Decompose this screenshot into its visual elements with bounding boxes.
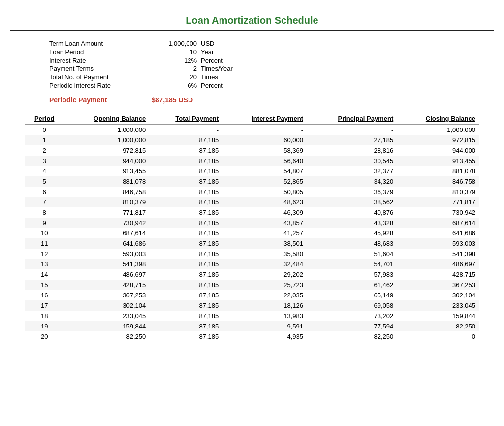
table-cell: 43,857 [222,218,307,228]
table-cell: 14 [25,269,64,280]
table-row: 5881,07887,18552,86534,320846,758 [25,176,479,187]
summary-field-value: 10 [148,48,197,56]
table-row: 13541,39887,18532,48454,701486,697 [25,259,479,269]
table-row: 8771,81787,18546,30940,876730,942 [25,207,479,218]
table-cell: 38,501 [222,238,307,249]
table-cell: 810,379 [397,187,479,197]
summary-row: Loan Period10Year [49,48,494,56]
table-cell: 45,928 [307,228,397,238]
table-cell: 87,185 [150,238,222,249]
table-cell: 159,844 [397,311,479,321]
table-cell: - [222,125,307,135]
table-cell: 82,250 [397,321,479,331]
summary-field-label: Term Loan Amount [49,40,148,47]
table-cell: 7 [25,197,64,207]
table-cell: 87,185 [150,300,222,311]
table-cell: 30,545 [307,156,397,166]
table-row: 15428,71587,18525,72361,462367,253 [25,280,479,290]
summary-field-unit: Times/Year [201,65,233,72]
table-cell: 881,078 [64,176,150,187]
summary-field-label: Loan Period [49,48,148,56]
table-row: 11,000,00087,18560,00027,185972,815 [25,135,479,145]
summary-field-unit: Percent [201,57,223,64]
summary-row: Periodic Interest Rate6%Percent [49,82,494,89]
table-row: 6846,75887,18550,80536,379810,379 [25,187,479,197]
table-cell: 48,623 [222,197,307,207]
table-cell: 641,686 [397,228,479,238]
table-cell: 87,185 [150,280,222,290]
table-cell: 687,614 [397,218,479,228]
summary-field-value: 1,000,000 [148,40,197,47]
table-cell: 82,250 [64,331,150,342]
table-header: Interest Payment [222,113,307,125]
table-row: 16367,25387,18522,03565,149302,104 [25,290,479,300]
table-cell: 50,805 [222,187,307,197]
table-cell: 730,942 [64,218,150,228]
table-cell: 87,185 [150,166,222,176]
table-cell: 32,484 [222,259,307,269]
table-cell: 3 [25,156,64,166]
table-cell: 486,697 [397,259,479,269]
summary-field-unit: Year [201,48,214,56]
table-cell: 22,035 [222,290,307,300]
table-cell: 87,185 [150,228,222,238]
table-cell: 52,865 [222,176,307,187]
summary-field-value: 20 [148,73,197,81]
table-cell: 881,078 [397,166,479,176]
table-cell: 972,815 [397,135,479,145]
table-cell: 57,983 [307,269,397,280]
table-cell: 944,000 [64,156,150,166]
table-cell: 77,594 [307,321,397,331]
table-cell: 87,185 [150,331,222,342]
table-cell: 48,683 [307,238,397,249]
table-cell: 4 [25,166,64,176]
table-cell: 771,817 [64,207,150,218]
table-header: Principal Payment [307,113,397,125]
table-row: 01,000,000---1,000,000 [25,125,479,135]
table-cell: 944,000 [397,145,479,156]
table-cell: 29,202 [222,269,307,280]
table-cell: 16 [25,290,64,300]
table-cell: 87,185 [150,321,222,331]
table-cell: 54,807 [222,166,307,176]
table-cell: 18 [25,311,64,321]
table-cell: 87,185 [150,156,222,166]
summary-field-label: Periodic Interest Rate [49,82,148,89]
table-row: 2972,81587,18558,36928,816944,000 [25,145,479,156]
summary-field-unit: Times [201,73,218,81]
table-section: PeriodOpening BalanceTotal PaymentIntere… [10,113,494,342]
table-cell: 4,935 [222,331,307,342]
table-cell: 51,604 [307,249,397,259]
summary-field-label: Interest Rate [49,57,148,64]
table-cell: 28,816 [307,145,397,156]
table-cell: 36,379 [307,187,397,197]
summary-field-value: 6% [148,82,197,89]
summary-field-label: Payment Terms [49,65,148,72]
periodic-payment-row: Periodic Payment $87,185 USD [49,96,494,104]
summary-row: Payment Terms2Times/Year [49,65,494,72]
table-cell: 20 [25,331,64,342]
table-cell: 1,000,000 [397,125,479,135]
table-cell: 641,686 [64,238,150,249]
table-cell: 428,715 [397,269,479,280]
table-row: 12593,00387,18535,58051,604541,398 [25,249,479,259]
summary-row: Term Loan Amount1,000,000USD [49,40,494,47]
table-cell: 73,202 [307,311,397,321]
table-cell: 46,309 [222,207,307,218]
table-cell: 233,045 [397,300,479,311]
table-header: Period [25,113,64,125]
table-cell: - [307,125,397,135]
table-cell: 27,185 [307,135,397,145]
table-row: 7810,37987,18548,62338,562771,817 [25,197,479,207]
table-cell: 87,185 [150,290,222,300]
table-cell: 846,758 [64,187,150,197]
table-row: 2082,25087,1854,93582,2500 [25,331,479,342]
table-cell: 82,250 [307,331,397,342]
table-row: 3944,00087,18556,64030,545913,455 [25,156,479,166]
table-row: 17302,10487,18518,12669,058233,045 [25,300,479,311]
table-cell: 730,942 [397,207,479,218]
table-cell: 65,149 [307,290,397,300]
table-cell: 1,000,000 [64,125,150,135]
table-cell: 0 [25,125,64,135]
summary-field-value: 12% [148,57,197,64]
